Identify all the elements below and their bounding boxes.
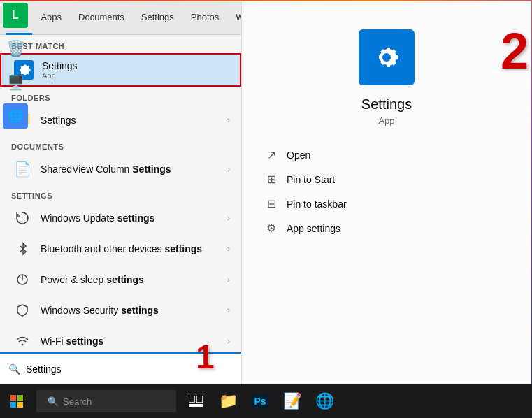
svg-rect-8 [17, 395, 23, 401]
power-icon [11, 268, 34, 291]
recycle-icon[interactable]: 🗑️ [3, 36, 28, 62]
shield-icon [11, 299, 34, 322]
action-open[interactable]: ↗ Open [256, 143, 517, 167]
refresh-icon [11, 207, 34, 229]
nav-tabs: All Apps Documents Settings Photos Web M… [0, 1, 241, 35]
wifi-icon [11, 330, 34, 352]
windows-update-arrow: › [227, 213, 230, 223]
documents-label: Documents [0, 136, 241, 154]
security-arrow: › [227, 305, 230, 315]
taskbar-search-placeholder: Search [63, 396, 92, 407]
taskbar-search[interactable]: 🔍 Search [36, 390, 176, 412]
bluetooth-icon [11, 238, 34, 260]
folder-settings[interactable]: 📁 Settings › [0, 105, 241, 136]
svg-rect-10 [17, 402, 23, 408]
svg-rect-7 [10, 395, 16, 401]
detail-subtitle: App [378, 115, 394, 126]
tab-settings[interactable]: Settings [133, 1, 182, 35]
doc-arrow-icon: › [227, 164, 230, 174]
best-match-settings[interactable]: Settings App [0, 53, 241, 87]
chrome-button[interactable]: 🌐 [310, 384, 338, 418]
annotation-2: 2 [501, 22, 529, 80]
file-explorer-button[interactable]: 📁 [214, 384, 242, 418]
doc-sharedview-text: SharedView Column Settings [41, 164, 227, 175]
folder-arrow-icon: › [227, 115, 230, 125]
svg-point-2 [22, 344, 24, 346]
svg-rect-12 [196, 396, 203, 403]
action-pin-taskbar-label: Pin to taskbar [287, 199, 347, 210]
windows-update-text: Windows Update settings [41, 212, 227, 224]
detail-pane: Settings App ↗ Open ⊞ Pin to Start ⊟ Pin… [241, 1, 531, 384]
action-open-label: Open [287, 150, 310, 161]
desktop: L 🗑️ 🖥️ 🌐 All Apps Documents Settings Ph… [0, 0, 532, 418]
detail-app-icon [359, 29, 415, 85]
folder-settings-text: Settings [41, 115, 227, 126]
pin-start-icon: ⊞ [264, 173, 278, 186]
sticky-notes-button[interactable]: 📝 [278, 384, 306, 418]
svg-point-6 [382, 53, 391, 62]
wifi-arrow: › [227, 336, 230, 346]
bluetooth-text: Bluetooth and other devices settings [41, 243, 227, 254]
best-match-label: Best match [0, 35, 241, 53]
action-pin-taskbar[interactable]: ⊟ Pin to taskbar [256, 192, 517, 216]
svg-rect-13 [189, 404, 203, 407]
doc-sharedview[interactable]: 📄 SharedView Column Settings › [0, 154, 241, 185]
pin-taskbar-icon: ⊟ [264, 197, 278, 210]
svg-rect-11 [189, 396, 194, 403]
app-settings-icon: ⚙ [264, 222, 278, 235]
google-chrome-icon[interactable]: 🌐 [3, 103, 28, 129]
document-icon: 📄 [11, 158, 34, 180]
bluetooth-settings[interactable]: Bluetooth and other devices settings › [0, 233, 241, 264]
windows-security-text: Windows Security settings [41, 305, 227, 316]
bluetooth-arrow: › [227, 244, 230, 254]
detail-actions: ↗ Open ⊞ Pin to Start ⊟ Pin to taskbar ⚙… [242, 143, 531, 240]
action-pin-start[interactable]: ⊞ Pin to Start [256, 167, 517, 192]
start-button[interactable] [0, 384, 34, 418]
action-app-settings[interactable]: ⚙ App settings [256, 216, 517, 240]
annotation-1: 1 [196, 338, 215, 376]
control-panel-icon[interactable]: 🖥️ [3, 70, 28, 95]
best-match-text: Settings App [42, 60, 229, 80]
svg-rect-9 [10, 402, 16, 408]
search-input-icon: 🔍 [8, 363, 20, 375]
task-view-button[interactable] [182, 384, 210, 418]
photoshop-button[interactable]: Ps [246, 384, 274, 418]
tab-documents[interactable]: Documents [70, 1, 133, 35]
settings-section-label: Settings [0, 185, 241, 203]
action-pin-start-label: Pin to Start [287, 174, 335, 185]
search-panel: All Apps Documents Settings Photos Web M… [0, 1, 531, 384]
open-icon: ↗ [264, 148, 278, 161]
line-icon[interactable]: L [3, 3, 28, 28]
action-app-settings-label: App settings [287, 223, 340, 234]
power-arrow: › [227, 275, 230, 284]
power-text: Power & sleep settings [41, 274, 227, 285]
tab-apps[interactable]: Apps [32, 1, 70, 35]
taskbar-icons: 📁 Ps 📝 🌐 [182, 384, 338, 418]
windows-security-settings[interactable]: Windows Security settings › [0, 295, 241, 326]
detail-title: Settings [361, 96, 412, 113]
results-pane: All Apps Documents Settings Photos Web M… [0, 1, 241, 384]
power-sleep-settings[interactable]: Power & sleep settings › [0, 264, 241, 295]
tab-photos[interactable]: Photos [182, 1, 227, 35]
taskbar-search-icon: 🔍 [48, 396, 59, 407]
folders-label: Folders [0, 87, 241, 105]
taskbar: 🔍 Search 📁 Ps 📝 🌐 [0, 384, 532, 418]
results-list: Best match Settings App F [0, 35, 241, 352]
windows-update-settings[interactable]: Windows Update settings › [0, 203, 241, 233]
desktop-icons: L 🗑️ 🖥️ 🌐 [0, 0, 28, 137]
